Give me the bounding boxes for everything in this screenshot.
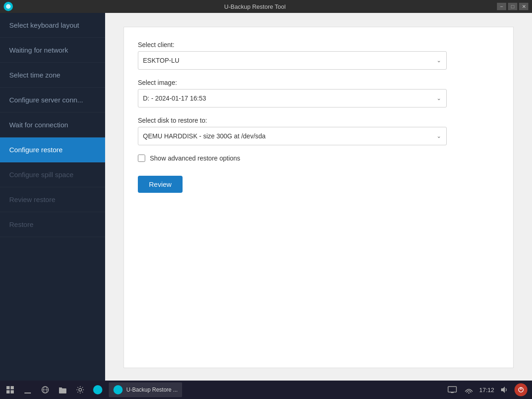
taskbar-volume-icon[interactable] bbox=[498, 383, 511, 396]
close-button[interactable]: ✕ bbox=[519, 3, 528, 10]
select-disk-wrapper: QEMU HARDDISK - size 300G at /dev/sda ⌄ bbox=[138, 127, 447, 145]
select-client-dropdown[interactable]: ESKTOP-LU bbox=[138, 51, 447, 70]
sidebar-item-waiting-for-network[interactable]: Waiting for network bbox=[0, 38, 105, 63]
svg-rect-1 bbox=[6, 386, 10, 389]
select-disk-label: Select disk to restore to: bbox=[138, 117, 499, 124]
content-area: Select client: ESKTOP-LU ⌄ Select image:… bbox=[105, 13, 532, 381]
sidebar-item-select-keyboard-layout[interactable]: Select keyboard layout bbox=[0, 13, 105, 38]
app-icon bbox=[4, 2, 13, 11]
svg-rect-2 bbox=[11, 386, 14, 389]
taskbar-network-icon[interactable] bbox=[462, 383, 475, 396]
window-title: U-Backup Restore Tool bbox=[13, 3, 497, 10]
main-layout: Select keyboard layout Waiting for netwo… bbox=[0, 13, 532, 381]
taskbar-globe-icon[interactable] bbox=[37, 381, 53, 398]
review-button[interactable]: Review bbox=[138, 176, 183, 193]
svg-point-13 bbox=[468, 393, 470, 394]
taskbar-folder-icon[interactable] bbox=[54, 381, 71, 398]
svg-marker-14 bbox=[501, 387, 505, 393]
advanced-options-row: Show advanced restore options bbox=[138, 155, 499, 162]
taskbar-app-icon bbox=[113, 385, 123, 394]
taskbar-monitor-icon[interactable] bbox=[446, 383, 459, 396]
select-image-dropdown[interactable]: D: - 2024-01-17 16:53 bbox=[138, 89, 447, 107]
taskbar-settings-icon[interactable] bbox=[72, 381, 89, 398]
taskbar-power-button[interactable] bbox=[514, 383, 527, 396]
svg-rect-5 bbox=[24, 393, 31, 393]
svg-rect-12 bbox=[451, 392, 454, 393]
minimize-button[interactable]: − bbox=[497, 3, 506, 10]
sidebar-item-wait-for-connection[interactable]: Wait for connection bbox=[0, 113, 105, 137]
svg-rect-9 bbox=[59, 388, 66, 393]
select-image-group: Select image: D: - 2024-01-17 16:53 ⌄ bbox=[138, 79, 499, 107]
select-disk-group: Select disk to restore to: QEMU HARDDISK… bbox=[138, 117, 499, 145]
taskbar-time: 17:12 bbox=[479, 387, 494, 393]
select-client-group: Select client: ESKTOP-LU ⌄ bbox=[138, 41, 499, 70]
select-image-label: Select image: bbox=[138, 79, 499, 86]
taskbar-ubackup-icon[interactable] bbox=[89, 381, 106, 398]
taskbar-right: 17:12 bbox=[446, 383, 530, 396]
taskbar-minimize-icon[interactable] bbox=[19, 381, 36, 398]
sidebar-item-select-time-zone[interactable]: Select time zone bbox=[0, 63, 105, 88]
window-controls: − □ ✕ bbox=[497, 3, 528, 10]
svg-rect-11 bbox=[448, 387, 456, 392]
taskbar: U-Backup Restore ... 17:12 bbox=[0, 381, 532, 399]
taskbar-active-app[interactable]: U-Backup Restore ... bbox=[109, 382, 182, 397]
taskbar-app-label: U-Backup Restore ... bbox=[126, 387, 177, 393]
sidebar: Select keyboard layout Waiting for netwo… bbox=[0, 13, 105, 381]
select-client-label: Select client: bbox=[138, 41, 499, 48]
sidebar-item-configure-server-conn[interactable]: Configure server conn... bbox=[0, 88, 105, 113]
svg-point-10 bbox=[79, 388, 82, 391]
titlebar: U-Backup Restore Tool − □ ✕ bbox=[0, 0, 532, 13]
svg-rect-3 bbox=[6, 390, 10, 393]
show-advanced-label[interactable]: Show advanced restore options bbox=[150, 155, 240, 162]
content-inner: Select client: ESKTOP-LU ⌄ Select image:… bbox=[124, 27, 514, 368]
svg-point-0 bbox=[6, 4, 11, 9]
sidebar-item-configure-restore[interactable]: Configure restore bbox=[0, 137, 105, 162]
show-advanced-checkbox[interactable] bbox=[138, 155, 145, 162]
maximize-button[interactable]: □ bbox=[508, 3, 517, 10]
select-client-wrapper: ESKTOP-LU ⌄ bbox=[138, 51, 447, 70]
taskbar-apps-icon[interactable] bbox=[2, 381, 18, 398]
svg-rect-4 bbox=[11, 390, 14, 393]
sidebar-item-configure-spill-space: Configure spill space bbox=[0, 162, 105, 187]
select-image-wrapper: D: - 2024-01-17 16:53 ⌄ bbox=[138, 89, 447, 107]
sidebar-item-restore: Restore bbox=[0, 212, 105, 237]
sidebar-item-review-restore: Review restore bbox=[0, 187, 105, 212]
select-disk-dropdown[interactable]: QEMU HARDDISK - size 300G at /dev/sda bbox=[138, 127, 447, 145]
